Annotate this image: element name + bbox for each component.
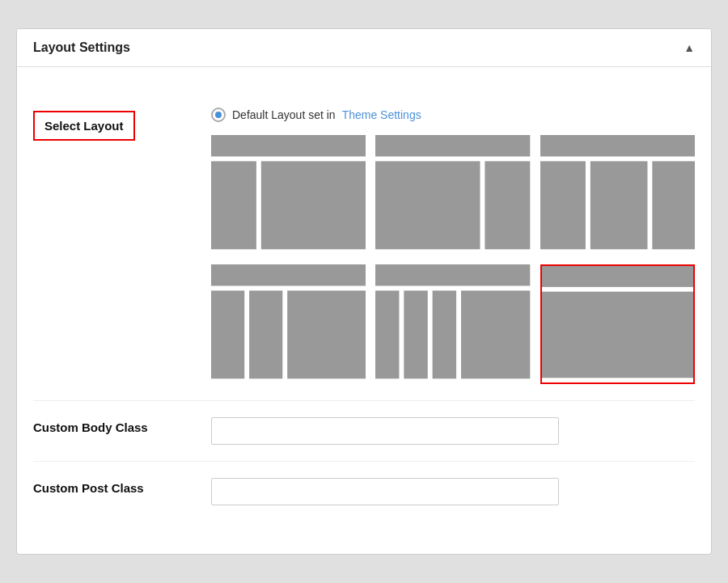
svg-rect-17 [433,290,456,378]
radio-default-layout[interactable] [211,108,226,122]
svg-rect-12 [249,290,282,378]
layout-thumb-1[interactable] [211,135,366,254]
default-layout-text: Default Layout set in [232,108,336,121]
layout-thumb-5[interactable] [375,264,530,384]
svg-rect-14 [375,264,530,285]
svg-rect-13 [287,290,366,378]
theme-settings-link[interactable]: Theme Settings [342,108,421,121]
svg-rect-19 [542,266,693,287]
select-layout-row: Select Layout Default Layout set in Them… [33,91,695,400]
svg-rect-11 [211,290,244,378]
layout-thumb-4[interactable] [211,264,366,384]
panel-collapse-arrow[interactable]: ▲ [684,41,695,54]
select-layout-label: Select Layout [33,111,135,141]
panel-header: Layout Settings ▲ [17,29,711,67]
panel-title: Layout Settings [33,40,130,55]
svg-rect-18 [461,290,530,378]
svg-rect-10 [211,264,366,285]
svg-rect-2 [261,162,366,250]
layout-thumb-6[interactable] [540,264,695,384]
svg-rect-0 [211,135,366,156]
custom-post-class-input[interactable] [211,478,559,505]
custom-body-class-content [211,417,695,445]
default-layout-option[interactable]: Default Layout set in Theme Settings [211,108,695,122]
select-layout-label-wrapper: Select Layout [33,108,211,141]
svg-rect-16 [404,290,428,378]
layout-thumb-2[interactable] [375,135,530,254]
svg-rect-1 [211,162,256,250]
custom-body-class-label: Custom Body Class [33,417,211,434]
svg-rect-5 [485,162,531,250]
select-layout-content: Default Layout set in Theme Settings [211,108,695,383]
svg-rect-20 [542,291,693,378]
radio-selected-dot [215,112,222,118]
svg-rect-7 [540,162,586,250]
svg-rect-9 [652,162,695,250]
custom-body-class-input[interactable] [211,417,559,445]
custom-body-class-row: Custom Body Class [33,401,695,462]
panel-body: Select Layout Default Layout set in Them… [17,67,711,553]
custom-post-class-row: Custom Post Class [33,462,695,522]
layout-settings-panel: Layout Settings ▲ Select Layout Default … [16,28,712,554]
custom-post-class-label: Custom Post Class [33,478,211,495]
svg-rect-4 [375,162,480,250]
layout-thumbnails-grid [211,135,695,383]
svg-rect-15 [375,290,399,378]
svg-rect-3 [375,135,530,156]
layout-thumb-3[interactable] [540,135,695,254]
custom-post-class-content [211,478,695,505]
svg-rect-6 [540,135,695,156]
svg-rect-8 [590,162,647,250]
